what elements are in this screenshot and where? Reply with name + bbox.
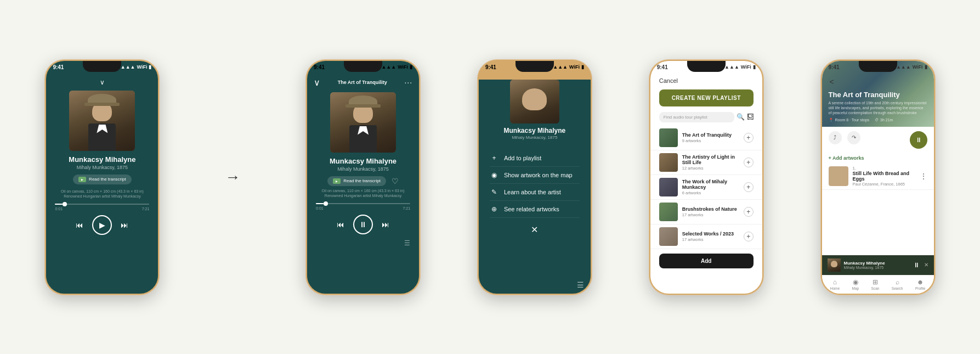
menu-item-map[interactable]: ◉ Show artwork on the map <box>490 167 580 184</box>
battery-icon: ▮ <box>149 64 151 70</box>
add-playlist-btn-1[interactable]: + <box>744 133 754 143</box>
nav-map[interactable]: ◉ Map <box>852 278 859 290</box>
playlist-thumb-3 <box>659 178 678 196</box>
playlist-info-2: The Artistry of Light in Still Life 12 a… <box>682 154 739 171</box>
pause-button-2[interactable]: ⏸ <box>353 215 373 234</box>
add-playlist-icon: + <box>490 154 499 162</box>
playlist-title-label: The Art of Tranquility <box>338 80 387 85</box>
share-button[interactable]: ⤴ <box>829 131 842 144</box>
phone1: 9:41 ▲▲▲ WiFi ▮ ∨ <box>44 59 160 295</box>
mini-controls: ⏸ ✕ <box>913 261 928 269</box>
status-icons-5: ▲▲▲ WiFi ▮ <box>896 64 927 70</box>
nav-profile[interactable]: ☻ Profile <box>915 278 925 290</box>
queue-button[interactable]: ☰ <box>404 239 410 247</box>
playlist-title-4: Brushstrokes of Nature <box>682 206 739 212</box>
search-input[interactable]: Find audio tour playlist <box>659 112 734 122</box>
progress-container-2[interactable] <box>316 203 410 204</box>
track-more-button[interactable]: ⋮ <box>920 172 927 181</box>
menu-label-related: See related artworks <box>504 206 559 212</box>
mini-title: Munkacsy Mihalyne <box>844 261 910 266</box>
menu-item-playlist[interactable]: + Add to playlist <box>490 150 580 167</box>
mini-close-button[interactable]: ✕ <box>924 262 928 268</box>
artist-icon: ✎ <box>490 188 499 196</box>
search-icon[interactable]: 🔍 <box>737 113 745 121</box>
playlist-title-3: The Work of Mihaly Munkacsy <box>682 179 739 190</box>
nav-search[interactable]: ⌕ Search <box>892 278 903 290</box>
transcript-label: Read the transcript <box>89 177 126 182</box>
meta-line2-2: Renowned Hungarian artist Mihaly Munkacs… <box>316 193 410 199</box>
status-time-4: 9:41 <box>657 64 668 70</box>
nav-home-label: Home <box>830 286 840 290</box>
profile-icon: ☻ <box>917 278 924 286</box>
context-menu: + Add to playlist ◉ Show artwork on the … <box>479 150 591 218</box>
forward-button[interactable]: ↷ <box>847 131 860 144</box>
create-playlist-button[interactable]: CREATE NEW PLAYLIST <box>659 89 754 106</box>
main-scene: 9:41 ▲▲▲ WiFi ▮ ∨ <box>0 0 980 354</box>
menu-label-artist: Learn about the artist <box>504 189 561 195</box>
playlist-thumb-1 <box>659 128 678 147</box>
status-time-2: 9:41 <box>314 64 325 70</box>
search-row: Find audio tour playlist 🔍 ⛾ <box>650 112 762 122</box>
list-item[interactable]: Selected Works / 2023 17 artworks + <box>650 224 762 249</box>
track-info: 1. Still Life With Bread and Eggs Paul C… <box>853 166 915 187</box>
play-playlist-button[interactable]: ⏸ <box>910 131 927 149</box>
menu-item-related[interactable]: ⊕ See related artworks <box>490 201 580 218</box>
add-button[interactable]: Add <box>659 254 754 268</box>
signal-icon-4: ▲▲▲ <box>724 64 739 70</box>
status-time-3: 9:41 <box>485 64 496 70</box>
add-playlist-btn-5[interactable]: + <box>744 232 754 241</box>
nav-home[interactable]: ⌂ Home <box>830 278 840 290</box>
prev-button-2[interactable]: ⏮ <box>337 220 344 229</box>
hero-desc: A serene collection of 19th and 20th cen… <box>829 100 927 115</box>
add-playlist-btn-2[interactable]: + <box>744 158 754 167</box>
room-icon: 📍 <box>829 118 834 122</box>
playlist-title-2: The Artistry of Light in Still Life <box>682 154 739 165</box>
signal-icon-3: ▲▲▲ <box>553 64 568 70</box>
close-button[interactable]: ✕ <box>479 224 591 235</box>
time-text: 3h 21m <box>880 118 893 122</box>
menu-label-map: Show artwork on the map <box>504 172 573 178</box>
list-item[interactable]: The Artistry of Light in Still Life 12 a… <box>650 150 762 175</box>
filter-icon[interactable]: ⛾ <box>747 113 754 121</box>
nav-scan[interactable]: ⊞ Scan <box>871 278 880 290</box>
transcript-button-1[interactable]: Read the transcript <box>73 175 132 184</box>
transcript-icon-2 <box>333 178 341 184</box>
more-options-button[interactable]: ··· <box>404 78 412 87</box>
clock-icon: ⏱ <box>875 118 879 122</box>
wifi-icon: WiFi <box>137 64 147 70</box>
add-playlist-btn-4[interactable]: + <box>744 207 754 217</box>
track-item[interactable]: 1. Still Life With Bread and Eggs Paul C… <box>822 163 934 190</box>
transcript-button-2[interactable]: Read the transcript <box>327 176 386 186</box>
artwork-image-2 <box>330 92 396 153</box>
search-placeholder: Find audio tour playlist <box>664 115 707 120</box>
add-playlist-btn-3[interactable]: + <box>744 182 754 192</box>
mini-pause-button[interactable]: ⏸ <box>913 261 920 269</box>
track-title-5: Still Life With Bread and Eggs <box>853 171 915 182</box>
playlist-info-1: The Art of Tranquility 9 artworks <box>682 132 739 143</box>
list-item[interactable]: The Art of Tranquility 9 artworks + <box>650 126 762 150</box>
back-button[interactable]: < <box>830 77 834 86</box>
next-button-1[interactable]: ⏭ <box>121 221 128 229</box>
collapse-chevron-2[interactable]: ∨ <box>314 77 320 88</box>
track-title-1: Munkacsy Mihalyne <box>46 155 158 164</box>
progress-container-1[interactable] <box>55 204 149 205</box>
play-button-1[interactable]: ▶ <box>92 215 112 235</box>
notch-2 <box>344 61 382 72</box>
playlist-sub-3: 6 artworks <box>682 190 739 195</box>
meta-line1: Oil on canvas, 110 cm × 160 cm (43.3 in … <box>55 189 149 194</box>
list-item[interactable]: Brushstrokes of Nature 17 artworks + <box>650 200 762 224</box>
status-icons-3: ▲▲▲ WiFi ▮ <box>553 64 584 70</box>
transcript-label-2: Read the transcript <box>343 178 381 183</box>
hero-title: The Art of Tranquility <box>829 91 927 99</box>
mini-sub: Mihaly Munkacsy, 1875 <box>844 266 910 269</box>
prev-button-1[interactable]: ⏮ <box>76 221 83 229</box>
context-title: Munkacsy Mihalyne <box>479 127 591 134</box>
artwork-image-3 <box>510 80 559 123</box>
mini-thumb <box>828 259 841 272</box>
menu-item-artist[interactable]: ✎ Learn about the artist <box>490 184 580 201</box>
next-button-2[interactable]: ⏭ <box>382 220 389 229</box>
add-artworks-button[interactable]: + Add artworks <box>822 153 934 163</box>
favorite-button[interactable]: ♡ <box>392 177 399 186</box>
list-item[interactable]: The Work of Mihaly Munkacsy 6 artworks + <box>650 175 762 200</box>
signal-icon: ▲▲▲ <box>121 64 135 70</box>
